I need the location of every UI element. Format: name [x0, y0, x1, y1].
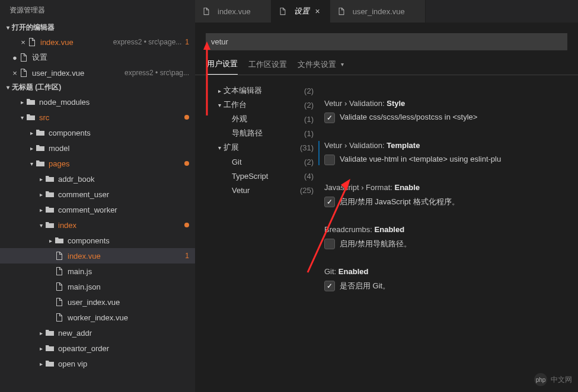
toc-label: 文本编辑器	[223, 85, 301, 96]
toc-label: 扩展	[223, 142, 296, 153]
settings-toc-item[interactable]: TypeScript(4)	[215, 169, 314, 183]
chevron-icon: ▸	[37, 176, 45, 182]
open-editors-label: 打开的编辑器	[12, 23, 55, 33]
setting-description: Validate css/scss/less/postcss in <style…	[340, 113, 477, 121]
tree-folder[interactable]: ▸comment_user	[0, 187, 195, 202]
tree-file[interactable]: user_index.vue	[0, 294, 195, 310]
file-icon	[55, 266, 64, 276]
git-modified-dot-icon	[184, 223, 189, 227]
tab-bar: index.vue设置×user_index.vue	[195, 0, 578, 23]
tree-item-label: pages	[49, 159, 184, 168]
settings-search-input[interactable]	[206, 33, 567, 50]
file-icon	[55, 297, 64, 307]
open-editor-name: index.vue	[40, 38, 110, 47]
tree-item-label: addr_book	[58, 175, 189, 184]
chevron-icon: ▸	[37, 330, 45, 336]
tree-folder[interactable]: ▸components	[0, 233, 195, 248]
editor-tab[interactable]: index.vue	[195, 0, 272, 23]
scope-tab-folder[interactable]: 文件夹设置	[298, 59, 336, 75]
tab-label: index.vue	[218, 7, 251, 16]
tree-folder[interactable]: ▾pages	[0, 156, 195, 171]
folder-icon	[55, 236, 64, 245]
folder-icon	[26, 97, 36, 107]
open-editor-path: express2 • src\page...	[113, 38, 182, 46]
file-icon	[279, 7, 287, 15]
setting-checkbox[interactable]	[324, 155, 335, 165]
chevron-down-icon[interactable]: ▾	[341, 61, 344, 72]
tree-folder[interactable]: ▸model	[0, 140, 195, 156]
settings-toc-item[interactable]: Vetur(25)	[215, 183, 314, 197]
settings-toc-item[interactable]: ▾扩展(31)	[215, 140, 314, 155]
folder-icon	[45, 174, 55, 184]
editor-tab[interactable]: 设置×	[272, 0, 330, 23]
chevron-icon: ▸	[18, 99, 26, 105]
toc-label: 工作台	[223, 99, 301, 110]
file-icon	[55, 251, 64, 261]
tree-folder[interactable]: ▾src	[0, 110, 195, 125]
watermark-logo: php	[534, 373, 547, 386]
close-icon[interactable]: ×	[19, 38, 27, 47]
watermark-text: 中文网	[551, 375, 572, 385]
setting-checkbox[interactable]	[324, 197, 335, 207]
tree-folder[interactable]: ▸comment_worker	[0, 202, 195, 217]
tree-item-label: components	[49, 128, 189, 137]
tree-item-label: open vip	[58, 359, 189, 368]
workspace-header[interactable]: ▾ 无标题 (工作区)	[0, 81, 195, 94]
scope-tab-workspace[interactable]: 工作区设置	[248, 59, 287, 75]
git-modified-dot-icon	[184, 161, 189, 166]
settings-toc-item[interactable]: Git(2)	[215, 155, 314, 169]
file-icon	[337, 7, 346, 15]
scope-tab-user[interactable]: 用户设置	[207, 59, 238, 75]
open-editors-header[interactable]: ▾ 打开的编辑器	[0, 21, 195, 34]
settings-toc-item[interactable]: ▾工作台(2)	[215, 98, 314, 112]
tree-item-label: model	[49, 144, 189, 153]
chevron-icon: ▸	[27, 145, 36, 152]
toc-label: TypeScript	[232, 172, 301, 181]
tree-folder[interactable]: ▸new_addr	[0, 325, 195, 340]
tree-folder[interactable]: ▸addr_book	[0, 171, 195, 187]
tree-file[interactable]: main.json	[0, 279, 195, 294]
tree-folder[interactable]: ▾index	[0, 217, 195, 233]
file-tree: ▸node_modules▾src▸components▸model▾pages…	[0, 94, 195, 392]
tree-item-label: index.vue	[68, 252, 181, 261]
editor-tab[interactable]: user_index.vue	[330, 0, 426, 23]
settings-toc-item[interactable]: 外观(1)	[215, 112, 314, 126]
open-editor-item[interactable]: ×index.vueexpress2 • src\page...1	[0, 34, 195, 50]
setting-checkbox[interactable]	[324, 281, 335, 291]
setting-checkbox[interactable]	[324, 113, 335, 123]
tree-file[interactable]: index.vue1	[0, 248, 195, 264]
tree-folder[interactable]: ▸open vip	[0, 356, 195, 371]
toc-label: 外观	[232, 114, 301, 124]
toc-count: (1)	[304, 115, 314, 124]
setting-title: Vetur › Validation: Style	[324, 99, 578, 108]
close-icon[interactable]: ×	[313, 7, 322, 16]
toc-count: (2)	[304, 86, 314, 95]
settings-toc-item[interactable]: ▸文本编辑器(2)	[215, 83, 314, 98]
chevron-icon: ▾	[37, 222, 45, 229]
setting-item: Vetur › Validation: StyleValidate css/sc…	[318, 99, 578, 123]
folder-icon	[45, 328, 55, 338]
git-modified-dot-icon	[184, 115, 189, 120]
settings-toc-item[interactable]: 导航路径(1)	[215, 126, 314, 140]
close-icon[interactable]: ×	[11, 69, 19, 78]
dot-modified-icon[interactable]: ●	[11, 53, 19, 62]
folder-icon	[45, 220, 55, 230]
tree-folder[interactable]: ▸opeartor_order	[0, 340, 195, 356]
tree-item-label: node_modules	[39, 98, 189, 107]
open-editor-item[interactable]: ●设置	[0, 50, 195, 65]
tree-file[interactable]: worker_index.vue	[0, 310, 195, 325]
toc-label: 导航路径	[232, 128, 301, 139]
chevron-icon: ▸	[46, 237, 55, 244]
folder-icon	[36, 159, 45, 168]
tree-folder[interactable]: ▸node_modules	[0, 94, 195, 110]
problems-badge: 1	[185, 38, 189, 46]
tree-folder[interactable]: ▸components	[0, 125, 195, 140]
open-editor-item[interactable]: ×user_index.vueexpress2 • src\pag...	[0, 65, 195, 81]
folder-icon	[26, 113, 36, 122]
chevron-icon: ▸	[37, 361, 45, 367]
setting-checkbox[interactable]	[324, 239, 335, 249]
chevron-icon: ▾	[215, 144, 223, 151]
tree-file[interactable]: main.js	[0, 264, 195, 279]
toc-count: (31)	[300, 143, 314, 152]
setting-title: Breadcrumbs: Enabled	[324, 225, 578, 234]
